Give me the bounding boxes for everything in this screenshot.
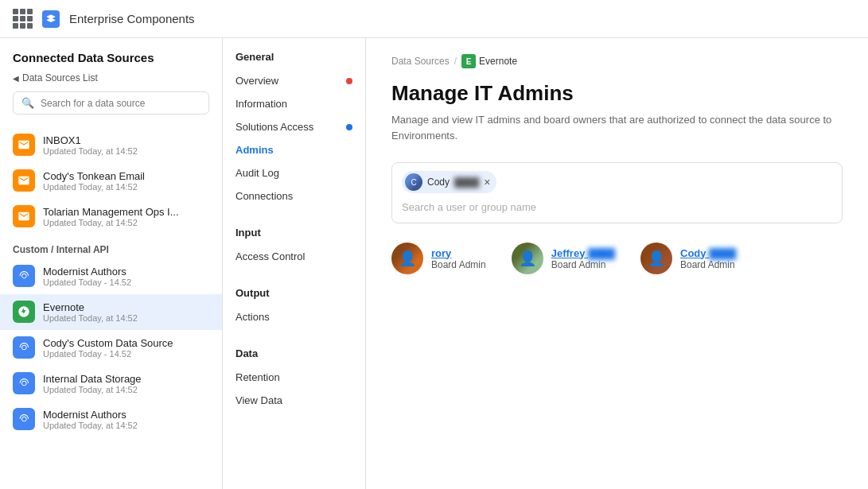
main-content: Data Sources / E Evernote Manage IT Admi…: [366, 38, 868, 489]
user-group-search-input[interactable]: [402, 200, 832, 215]
ds-updated: Updated Today, at 14:52: [43, 182, 209, 192]
nav-dot-blue: [346, 124, 352, 130]
ds-name: Modernist Authors: [43, 409, 209, 421]
left-sidebar: Connected Data Sources ◀ Data Sources Li…: [0, 38, 223, 489]
ds-name: Internal Data Storage: [43, 373, 209, 385]
sidebar-header: Connected Data Sources ◀ Data Sources Li…: [0, 38, 222, 127]
tag-remove-button[interactable]: ×: [484, 177, 490, 188]
ds-name: Cody's Custom Data Source: [43, 337, 209, 349]
admin-list: 👤 rory Board Admin 👤 Jeffrey ████ Board …: [391, 243, 843, 274]
breadcrumb: Data Sources / E Evernote: [391, 54, 843, 68]
admin-info-jeffrey: Jeffrey ████ Board Admin: [551, 247, 615, 270]
admin-tag-input-area[interactable]: C Cody ████ ×: [391, 162, 843, 223]
admin-name-cody-label: Cody: [680, 247, 706, 259]
ds-info: Internal Data Storage Updated Today, at …: [43, 373, 209, 394]
ds-info: Cody's Tonkean Email Updated Today, at 1…: [43, 170, 209, 192]
ds-updated: Updated Today, at 14:52: [43, 385, 209, 394]
tag-chip-cody[interactable]: C Cody ████ ×: [402, 171, 496, 193]
list-item[interactable]: Tolarian Management Ops I... Updated Tod…: [0, 199, 222, 235]
nav-label-audit: Audit Log: [235, 167, 279, 179]
nav-output-title: Output: [223, 281, 365, 305]
nav-label-view-data: View Data: [235, 394, 282, 406]
ds-icon-cody-custom: [13, 336, 35, 359]
search-icon: 🔍: [21, 97, 34, 109]
nav-item-audit[interactable]: Audit Log: [223, 161, 365, 184]
ds-updated: Updated Today - 14.52: [43, 277, 209, 287]
breadcrumb-current-label: Evernote: [479, 56, 517, 67]
admin-avatar-rory: 👤: [391, 243, 423, 274]
list-item[interactable]: INBOX1 Updated Today, at 14:52: [0, 127, 222, 163]
back-arrow-icon: ◀: [13, 74, 19, 83]
page-title: Manage IT Admins: [391, 81, 843, 106]
admin-role-rory: Board Admin: [431, 259, 486, 270]
admin-name-rory[interactable]: rory: [431, 247, 486, 259]
admin-card-jeffrey: 👤 Jeffrey ████ Board Admin: [512, 243, 615, 274]
admin-role-jeffrey: Board Admin: [551, 259, 615, 270]
admin-name-jeffrey[interactable]: Jeffrey ████: [551, 247, 615, 259]
ds-icon-ops: [13, 205, 35, 227]
ds-info: Tolarian Management Ops I... Updated Tod…: [43, 206, 209, 227]
nav-item-connections[interactable]: Connections: [223, 184, 365, 208]
nav-label-connections: Connections: [235, 190, 293, 202]
ds-updated: Updated Today, at 14:52: [43, 313, 209, 323]
ds-name: INBOX1: [43, 134, 209, 146]
search-box[interactable]: 🔍: [13, 91, 209, 114]
ds-info: Modernist Authors Updated Today, at 14:5…: [43, 409, 209, 430]
nav-item-information[interactable]: Information: [223, 92, 365, 115]
nav-item-actions[interactable]: Actions: [223, 305, 365, 328]
nav-dot-orange: [346, 78, 352, 84]
nav-item-retention[interactable]: Retention: [223, 366, 365, 389]
admin-card-rory: 👤 rory Board Admin: [391, 243, 486, 274]
sidebar-title: Connected Data Sources: [13, 51, 209, 64]
ds-name: Cody's Tonkean Email: [43, 170, 209, 182]
section-custom-header: Custom / Internal API: [0, 235, 222, 258]
ds-icon-evernote: [13, 301, 35, 323]
nav-item-view-data[interactable]: View Data: [223, 389, 365, 412]
back-link[interactable]: ◀ Data Sources List: [13, 72, 209, 83]
breadcrumb-separator: /: [454, 56, 457, 67]
list-item[interactable]: Modernist Authors Updated Today, at 14:5…: [0, 402, 222, 437]
breadcrumb-evernote: E Evernote: [461, 54, 517, 68]
top-bar: Enterprise Components: [0, 0, 868, 38]
list-item[interactable]: Modernist Authors Updated Today - 14.52: [0, 258, 222, 294]
admin-role-cody: Board Admin: [680, 259, 736, 270]
admin-card-cody: 👤 Cody ████ Board Admin: [640, 243, 736, 274]
nav-label-solutions: Solutions Access: [235, 121, 313, 133]
ds-updated: Updated Today - 14.52: [43, 349, 209, 359]
app-menu-icon[interactable]: [13, 9, 33, 29]
admin-info-rory: rory Board Admin: [431, 247, 486, 270]
ds-info: Evernote Updated Today, at 14:52: [43, 301, 209, 323]
ds-info: Cody's Custom Data Source Updated Today …: [43, 337, 209, 359]
tag-avatar-cody: C: [405, 173, 422, 191]
list-item-evernote[interactable]: Evernote Updated Today, at 14:52: [0, 294, 222, 330]
nav-item-access-control[interactable]: Access Control: [223, 245, 365, 268]
list-item[interactable]: Cody's Custom Data Source Updated Today …: [0, 330, 222, 366]
nav-item-overview[interactable]: Overview: [223, 69, 365, 92]
app-logo: [42, 10, 60, 28]
search-input[interactable]: [41, 98, 200, 109]
list-item[interactable]: Cody's Tonkean Email Updated Today, at 1…: [0, 163, 222, 199]
nav-item-admins[interactable]: Admins: [223, 138, 365, 161]
list-item[interactable]: Internal Data Storage Updated Today, at …: [0, 366, 222, 402]
nav-label-admins: Admins: [235, 144, 274, 156]
main-layout: Connected Data Sources ◀ Data Sources Li…: [0, 38, 868, 489]
admin-name-cody[interactable]: Cody ████: [680, 247, 736, 259]
ds-name: Evernote: [43, 301, 209, 313]
nav-general-title: General: [223, 51, 365, 69]
nav-label-information: Information: [235, 98, 287, 110]
nav-label-overview: Overview: [235, 75, 278, 87]
ds-name: Modernist Authors: [43, 266, 209, 277]
ds-icon-email: [13, 169, 35, 192]
tag-chip-label: Cody: [427, 177, 450, 188]
ds-icon-modernist2: [13, 408, 35, 430]
breadcrumb-data-sources[interactable]: Data Sources: [391, 56, 450, 67]
ds-name: Tolarian Management Ops I...: [43, 206, 209, 218]
nav-data-title: Data: [223, 341, 365, 366]
nav-label-retention: Retention: [235, 371, 280, 383]
ds-icon-internal: [13, 372, 35, 394]
admin-avatar-jeffrey: 👤: [512, 243, 543, 274]
nav-item-solutions[interactable]: Solutions Access: [223, 115, 365, 138]
ds-updated: Updated Today, at 14:52: [43, 421, 209, 430]
admin-name-jeffrey-label: Jeffrey: [551, 247, 586, 259]
nav-label-actions: Actions: [235, 311, 270, 323]
